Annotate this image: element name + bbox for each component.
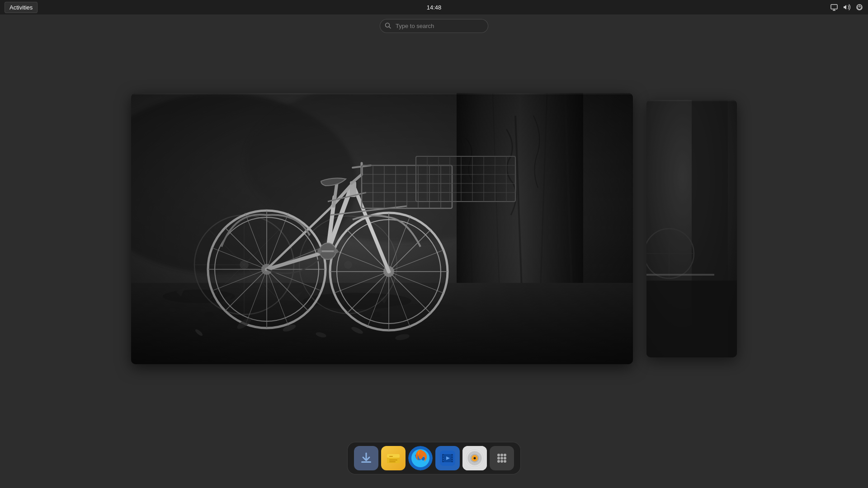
- main-window-thumbnail[interactable]: [131, 93, 633, 364]
- svg-rect-125: [452, 458, 453, 459]
- search-container: [380, 19, 488, 33]
- download-manager-dock-item[interactable]: [354, 446, 378, 470]
- volume-icon[interactable]: [843, 3, 851, 11]
- files-dock-item[interactable]: [381, 446, 406, 470]
- screen-record-icon[interactable]: [830, 3, 838, 11]
- overview-area: [0, 14, 868, 443]
- svg-point-143: [497, 460, 500, 463]
- svg-point-144: [500, 460, 503, 463]
- activities-button[interactable]: Activities: [5, 2, 38, 13]
- svg-point-142: [504, 457, 506, 460]
- svg-rect-0: [831, 5, 837, 9]
- svg-rect-126: [452, 460, 453, 461]
- search-input[interactable]: [380, 19, 488, 33]
- dock: [347, 442, 521, 474]
- svg-rect-108: [361, 461, 371, 463]
- clock: 14:48: [427, 4, 442, 11]
- svg-point-141: [500, 457, 503, 460]
- svg-rect-122: [443, 458, 444, 459]
- svg-rect-113: [389, 460, 397, 460]
- svg-rect-106: [646, 100, 737, 357]
- svg-point-139: [504, 454, 506, 456]
- svg-rect-114: [389, 461, 396, 462]
- show-applications-dock-item[interactable]: [490, 446, 514, 470]
- celluloid-dock-item[interactable]: [435, 446, 460, 470]
- svg-rect-123: [443, 460, 444, 461]
- svg-rect-121: [443, 455, 444, 457]
- svg-point-145: [504, 460, 506, 463]
- rhythmbox-dock-item[interactable]: [462, 446, 487, 470]
- side-window-thumbnail[interactable]: [646, 100, 737, 357]
- svg-rect-112: [389, 456, 393, 457]
- topbar: Activities 14:48: [0, 0, 868, 14]
- svg-rect-124: [452, 455, 453, 457]
- firefox-dock-item[interactable]: [408, 446, 433, 470]
- svg-rect-92: [131, 93, 633, 364]
- svg-point-136: [474, 457, 476, 460]
- svg-rect-110: [387, 454, 400, 458]
- svg-point-140: [497, 457, 500, 460]
- svg-point-138: [500, 454, 503, 456]
- power-icon[interactable]: [855, 3, 863, 11]
- system-tray: [830, 3, 863, 11]
- svg-point-137: [497, 454, 500, 456]
